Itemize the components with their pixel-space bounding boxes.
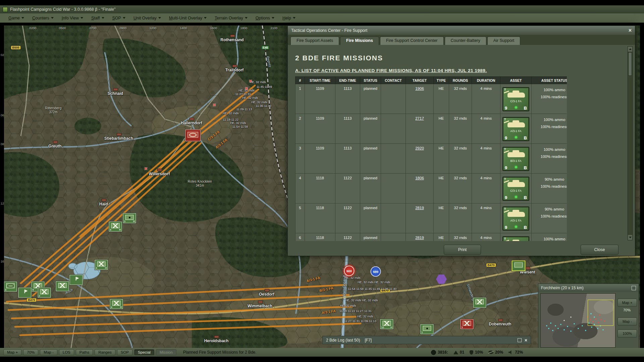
unit-counter-inf[interactable]: 2 [38,288,51,298]
unit-symbol [97,261,106,266]
minimap-zoom-full-button[interactable]: 100% [618,329,637,338]
unit-counter-hq[interactable] [18,288,32,298]
unit-counter-armor[interactable]: 3 [4,282,17,292]
print-button[interactable]: Print [444,245,481,255]
tab-fire-support-control-center[interactable]: Fire Support Control Center [380,37,444,45]
unit-counter-inf[interactable]: 10H [380,319,393,329]
minimap-zoom-out-button[interactable]: Map - [618,317,637,325]
unit-counter-arty[interactable]: 1 [421,324,434,334]
asset-corner-label: T [504,237,506,240]
asset-counter[interactable]: TB/3-1 FA9B [502,147,529,171]
minimap-zoom-in-button[interactable]: Map + [618,299,637,307]
unit-counter-hq[interactable] [70,275,83,285]
chevron-down-icon [123,17,125,19]
unit-counter-yellow[interactable] [512,260,526,271]
minimap-viewport-rect[interactable] [588,300,613,326]
unit-counter-inf[interactable]: 4H [95,260,108,270]
pin-icon[interactable] [632,286,636,290]
map-row-02: 02 [1,53,4,57]
minimap-title: Forchheim (20 x 15 km) [541,286,584,290]
tab-air-support[interactable]: Air Support [487,37,521,45]
strike-marker-icon: × [249,78,252,84]
tab-fire-support-assets[interactable]: Fire Support Assets [290,37,339,45]
unit-counter-inf[interactable]: 4R [109,222,122,232]
target-link[interactable]: 2717 [415,116,424,120]
unit-counter-enemy[interactable]: 3 [461,319,474,329]
map-button[interactable]: Map - [40,349,57,355]
ranges-button[interactable]: Ranges [95,349,115,355]
los-button[interactable]: LOS [59,349,74,355]
victory-point-red[interactable]: 500 [344,266,355,276]
target-link[interactable]: 1806 [415,176,424,180]
menu-sop[interactable]: SOP [109,14,129,22]
target-link[interactable]: 2920 [415,146,424,150]
hill-label-rittersberg: Rittersberg372m [45,106,62,114]
fire-mission-note: HE, 32 rnds [230,121,246,125]
sop-button[interactable]: SOP [117,349,132,355]
target-link[interactable]: 2819 [415,206,424,210]
scroll-up-arrow[interactable] [628,47,632,52]
hill-name: Rittersberg [45,106,62,110]
unit-counter-inf[interactable]: 4R [110,299,123,309]
map-button[interactable]: Map + [3,349,21,355]
menu-unit-overlay[interactable]: Unit Overlay [130,14,165,22]
col-asset-status: ASSET STATUS [532,77,567,84]
asset-quality: B [524,165,527,170]
close-button[interactable]: Close [581,245,619,255]
tab-counter-battery[interactable]: Counter-Battery [445,37,486,45]
menu-staff[interactable]: Staff [88,14,108,22]
volume-icon [508,350,513,354]
cell-status: planned [360,233,381,241]
menu-label: Multi-Unit Overlay [169,16,202,20]
bde-log-bar[interactable]: 2 Bde Log (last 50) [F7] × [322,336,531,344]
target-link[interactable]: 2819 [415,236,424,240]
menu-options[interactable]: Options [252,14,278,22]
menu-terrain-overlay[interactable]: Terrain Overlay [211,14,251,22]
close-icon[interactable]: × [525,338,527,343]
popout-icon[interactable] [518,338,522,342]
map-row-06: 06 [1,114,4,117]
cell-n: 2 [296,114,305,144]
asset-counter[interactable]: TC/3-1 FA9B [502,87,529,111]
asset-counter[interactable]: TB/3-1 FA9B [502,236,529,241]
unit-counter-inf[interactable] [473,298,486,308]
cell-n: 4 [296,174,305,203]
unit-symbol [187,132,198,138]
cell-start: 1109 [305,84,335,114]
unit-counter-enemy-armor[interactable] [185,130,201,141]
cell-rounds: 32 rnds [449,114,472,144]
cell-asset-status: 100% ammo100% readiness [532,114,567,144]
hill-elevation: 372m [45,110,62,114]
target-link[interactable]: 1906 [415,86,424,90]
70-button[interactable]: 70% [23,349,38,355]
scroll-thumb[interactable] [628,52,632,76]
scroll-down-arrow[interactable] [628,235,632,240]
menu-multi-unit-overlay[interactable]: Multi-Unit Overlay [165,14,210,22]
menu-counters[interactable]: Counters [29,14,57,22]
asset-counter[interactable]: TC/3-1 FA9B [502,177,529,201]
asset-strength: 9 [505,225,507,230]
special-button[interactable]: Special [134,349,154,355]
menu-help[interactable]: Help [279,14,299,22]
map-col-0700: 0700 [89,26,96,30]
asset-counter[interactable]: TA/3-1 FA9B [502,117,529,141]
indicator-value: 3816: [438,350,448,355]
unit-right-label: R [119,228,121,231]
cell-end: 1122 [335,203,360,233]
dialog-scrollbar[interactable] [628,46,633,240]
tab-fire-missions[interactable]: Fire Missions [340,37,379,45]
minimap-image[interactable] [540,293,615,348]
unit-counter-inf[interactable] [56,281,69,291]
unit-counter-arty[interactable]: 3R [123,213,136,223]
asset-counter[interactable]: TA/3-1 FA9B [502,206,529,231]
close-icon[interactable]: × [629,28,632,33]
victory-point-blue[interactable]: 500 [371,266,381,277]
indicator-volume-icon: 72% [508,350,523,355]
ammo-line: 100% ammo [532,236,567,241]
dialog-titlebar[interactable]: Tactical Operations Center - Fire Suppor… [288,26,635,35]
menu-info-view[interactable]: Info View [58,14,87,22]
menu-game[interactable]: Game [5,14,28,22]
minimap-titlebar[interactable]: Forchheim (20 x 15 km) [538,284,639,292]
paths-button[interactable]: Paths [76,349,93,355]
town-label-hallerndorf: Hallerndorf [181,121,202,125]
